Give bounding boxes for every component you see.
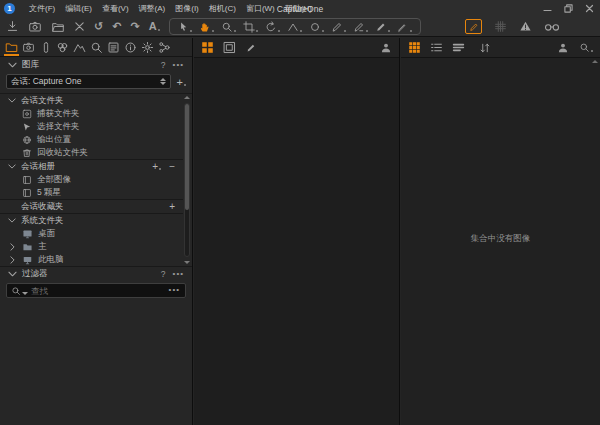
thumbnail-grid-icon[interactable] bbox=[408, 41, 421, 54]
tree-scrollbar[interactable] bbox=[183, 96, 191, 264]
tab-exposure[interactable] bbox=[71, 38, 88, 56]
list-view-icon[interactable] bbox=[430, 41, 443, 54]
exposure-warning-icon[interactable] bbox=[519, 20, 532, 33]
scroll-down-icon[interactable] bbox=[184, 261, 190, 264]
section-session-folders[interactable]: 会话文件夹 bbox=[0, 94, 183, 107]
section-system-folders[interactable]: 系统文件夹 bbox=[0, 214, 183, 227]
menu-view[interactable]: 查看(V) bbox=[97, 1, 134, 16]
tree-item-capture-folder[interactable]: 捕获文件夹 bbox=[0, 107, 183, 120]
tab-metadata[interactable] bbox=[122, 38, 139, 56]
tree-item-all-images[interactable]: 全部图像 bbox=[0, 173, 183, 186]
loupe-tool-icon[interactable] bbox=[218, 21, 239, 33]
capture-icon[interactable] bbox=[28, 20, 42, 33]
collapse-chevron-icon[interactable] bbox=[8, 98, 16, 103]
rotate-tool-icon[interactable] bbox=[262, 21, 283, 33]
edit-pen-icon[interactable] bbox=[245, 42, 257, 54]
undo-icon[interactable]: ↶ bbox=[112, 21, 121, 32]
search-magnifier-icon[interactable] bbox=[11, 286, 28, 296]
menu-image[interactable]: 图像(I) bbox=[170, 1, 204, 16]
primary-view-icon[interactable] bbox=[223, 41, 236, 54]
filmstrip-view-icon[interactable] bbox=[452, 41, 465, 54]
tree-item-output-location[interactable]: 输出位置 bbox=[0, 133, 183, 146]
close-icon[interactable] bbox=[584, 4, 594, 14]
album-icon bbox=[22, 188, 32, 198]
tree-item-label: 桌面 bbox=[38, 228, 55, 240]
viewer-canvas[interactable] bbox=[194, 58, 399, 425]
add-favorite-button[interactable]: + bbox=[169, 202, 175, 211]
user-icon[interactable] bbox=[557, 42, 569, 54]
tree-item-trash-folder[interactable]: 回收站文件夹 bbox=[0, 146, 183, 159]
crop-tool-icon[interactable] bbox=[240, 21, 261, 33]
annotations-icon[interactable]: A bbox=[149, 21, 160, 32]
tab-library[interactable] bbox=[3, 38, 20, 56]
draw-mask-pen-icon[interactable] bbox=[328, 21, 349, 33]
add-collection-button[interactable]: + bbox=[177, 77, 186, 87]
sort-icon[interactable] bbox=[479, 42, 491, 54]
section-session-favorites[interactable]: 会话收藏夹 + bbox=[0, 199, 183, 214]
tree-item-selects-folder[interactable]: 选择文件夹 bbox=[0, 120, 183, 133]
straighten-tool-icon[interactable] bbox=[284, 21, 305, 33]
collapse-chevron-icon[interactable] bbox=[8, 271, 17, 277]
select-stepper-icon[interactable] bbox=[160, 78, 166, 85]
tree-item-label: 回收站文件夹 bbox=[37, 147, 88, 159]
remove-album-button[interactable]: − bbox=[169, 162, 175, 171]
tree-item-home[interactable]: 主 bbox=[0, 240, 183, 253]
redo-icon[interactable]: ↷ bbox=[130, 21, 139, 32]
scroll-up-icon[interactable] bbox=[184, 96, 190, 99]
collapse-chevron-icon[interactable] bbox=[8, 164, 16, 169]
proof-glasses-icon[interactable] bbox=[544, 21, 560, 33]
search-more-icon[interactable]: ••• bbox=[169, 285, 180, 294]
multi-view-grid-icon[interactable] bbox=[201, 41, 214, 54]
search-input[interactable] bbox=[7, 284, 185, 297]
tree-item-five-stars[interactable]: 5 颗星 bbox=[0, 186, 183, 199]
menu-adjust[interactable]: 调整(A) bbox=[134, 1, 171, 16]
tree-item-this-pc[interactable]: 此电脑 bbox=[0, 253, 183, 266]
expand-chevron-icon[interactable] bbox=[10, 243, 17, 251]
library-section-header[interactable]: 图库 ? ••• bbox=[0, 57, 192, 72]
tab-output[interactable] bbox=[139, 38, 156, 56]
session-select[interactable]: 会话: Capture One bbox=[6, 74, 171, 89]
minimize-icon[interactable] bbox=[542, 4, 552, 14]
help-icon[interactable]: ? bbox=[161, 269, 166, 279]
import-icon[interactable] bbox=[6, 20, 19, 33]
menu-window[interactable]: 窗口(W) bbox=[241, 1, 280, 16]
file-actions: ↺ ↶ ↷ A bbox=[6, 20, 160, 33]
collapse-chevron-icon[interactable] bbox=[8, 62, 17, 68]
reset-icon[interactable]: ↺ bbox=[94, 21, 103, 32]
more-options-icon[interactable]: ••• bbox=[173, 63, 184, 67]
user-icon[interactable] bbox=[380, 42, 392, 54]
tab-adjustments[interactable] bbox=[105, 38, 122, 56]
tab-color[interactable] bbox=[54, 38, 71, 56]
collapse-chevron-icon[interactable] bbox=[8, 218, 16, 223]
browser-panel: 集合中没有图像 bbox=[401, 38, 600, 425]
select-tool-icon[interactable] bbox=[175, 21, 195, 33]
tree-item-desktop[interactable]: 桌面 bbox=[0, 227, 183, 240]
delete-icon[interactable] bbox=[74, 21, 85, 32]
more-options-icon[interactable]: ••• bbox=[173, 272, 184, 276]
pan-hand-tool-icon[interactable] bbox=[196, 21, 217, 33]
scrollbar-thumb[interactable] bbox=[185, 104, 189, 210]
menu-edit[interactable]: 编辑(E) bbox=[60, 1, 97, 16]
restore-icon[interactable] bbox=[563, 4, 573, 14]
grid-icon[interactable] bbox=[494, 20, 507, 33]
tab-capture[interactable] bbox=[20, 38, 37, 56]
heal-pen-icon[interactable] bbox=[372, 21, 393, 33]
section-session-albums[interactable]: 会话相册 + − bbox=[0, 159, 183, 173]
menu-file[interactable]: 文件(F) bbox=[24, 1, 60, 16]
tab-lens[interactable] bbox=[37, 38, 54, 56]
help-icon[interactable]: ? bbox=[161, 60, 166, 70]
search-box[interactable]: ••• bbox=[6, 283, 186, 298]
tab-details[interactable] bbox=[88, 38, 105, 56]
tab-connections[interactable] bbox=[156, 38, 173, 56]
erase-mask-pen-icon[interactable] bbox=[350, 21, 371, 33]
menu-camera[interactable]: 相机(C) bbox=[204, 1, 241, 16]
expand-chevron-icon[interactable] bbox=[10, 256, 17, 264]
cursor-settings-brush-icon[interactable] bbox=[465, 19, 482, 34]
add-album-button[interactable]: + bbox=[152, 162, 161, 171]
open-session-icon[interactable] bbox=[51, 20, 65, 33]
clone-pen-icon[interactable] bbox=[394, 21, 415, 33]
ellipse-tool-icon[interactable] bbox=[306, 21, 327, 33]
scroll-up-icon[interactable] bbox=[592, 60, 598, 63]
browser-search-icon[interactable] bbox=[579, 42, 593, 53]
filters-section-header[interactable]: 过滤器 ? ••• bbox=[0, 266, 192, 281]
